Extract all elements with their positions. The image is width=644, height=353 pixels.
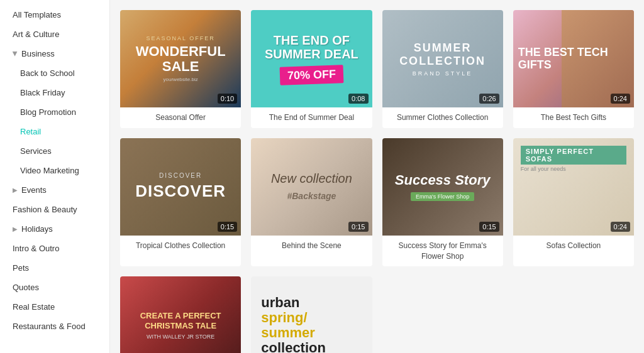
card-duration-tropical-clothes: 0:15	[218, 222, 237, 232]
card-thumb-end-of-summer: THE END OF SUMMER DEAL 70% OFF 0:08	[251, 10, 372, 107]
card-duration-summer-clothes: 0:26	[479, 94, 499, 104]
card-thumb-summer-clothes: SUMMER COLLECTION BRAND STYLE 0:26	[382, 10, 503, 107]
sidebar-item-restaurants-food[interactable]: Restaurants & Food	[0, 317, 109, 336]
card-label-success-story: Success Story for Emma's Flower Shop	[382, 236, 503, 267]
sidebar-item-fashion-beauty[interactable]: Fashion & Beauty	[0, 200, 109, 219]
sidebar-section-events[interactable]: ▶Events	[0, 180, 109, 200]
sidebar-section-business[interactable]: ▶Business	[0, 44, 109, 63]
sidebar: All TemplatesArt & Culture▶BusinessBack …	[0, 0, 110, 353]
sidebar-item-blog-promotion[interactable]: Blog Promotion	[0, 102, 109, 122]
card-end-of-summer[interactable]: THE END OF SUMMER DEAL 70% OFF 0:08The E…	[251, 10, 372, 128]
card-tropical-clothes[interactable]: DISCOVER DISCOVER 0:15Tropical Clothes C…	[120, 138, 241, 267]
sidebar-item-label-holidays: Holidays	[21, 224, 53, 234]
card-success-story[interactable]: Success Story Emma's Flower Shop 0:15Suc…	[382, 138, 503, 267]
sidebar-item-pets[interactable]: Pets	[0, 258, 109, 278]
sidebar-item-intro-outro[interactable]: Intro & Outro	[0, 239, 109, 258]
card-thumb-seasonal-offer: SEASONAL OFFER WONDERFUL SALE yourwebsit…	[120, 10, 241, 107]
sidebar-item-black-friday[interactable]: Black Friday	[0, 83, 109, 102]
sidebar-item-label-events: Events	[21, 185, 47, 195]
card-seasonal-offer[interactable]: SEASONAL OFFER WONDERFUL SALE yourwebsit…	[120, 10, 241, 128]
card-label-summer-clothes: Summer Clothes Collection	[382, 107, 503, 128]
card-sofas-collection[interactable]: SIMPLY PERFECT SOFAS For all your needs …	[513, 138, 634, 267]
card-label-best-tech: The Best Tech Gifts	[513, 107, 634, 128]
card-duration-behind-scene: 0:15	[348, 222, 368, 232]
card-christmas[interactable]: CREATE A PERFECT CHRISTMAS TALE WITH WAL…	[120, 276, 241, 353]
card-label-seasonal-offer: Seasonal Offer	[120, 107, 241, 128]
card-thumb-best-tech: THE BEST TECH GIFTS 0:24	[513, 10, 634, 107]
card-thumb-tropical-clothes: DISCOVER DISCOVER 0:15	[120, 138, 241, 236]
card-thumb-urban-spring: urbanspring/summercollection 0:15	[251, 276, 372, 353]
main-content: SEASONAL OFFER WONDERFUL SALE yourwebsit…	[110, 0, 644, 353]
card-duration-end-of-summer: 0:08	[348, 94, 368, 104]
chevron-icon-holidays: ▶	[13, 225, 18, 232]
card-thumb-behind-scene: New collection#Backstage 0:15	[251, 138, 372, 236]
template-grid: SEASONAL OFFER WONDERFUL SALE yourwebsit…	[120, 10, 634, 353]
card-behind-scene[interactable]: New collection#Backstage 0:15Behind the …	[251, 138, 372, 267]
sidebar-item-real-estate[interactable]: Real Estate	[0, 297, 109, 317]
sidebar-item-label-business: Business	[21, 49, 55, 58]
card-label-behind-scene: Behind the Scene	[251, 236, 372, 256]
card-thumb-success-story: Success Story Emma's Flower Shop 0:15	[382, 138, 503, 236]
card-best-tech[interactable]: THE BEST TECH GIFTS 0:24The Best Tech Gi…	[513, 10, 634, 128]
card-thumb-sofas-collection: SIMPLY PERFECT SOFAS For all your needs …	[513, 138, 634, 236]
sidebar-item-quotes[interactable]: Quotes	[0, 278, 109, 297]
card-label-end-of-summer: The End of Summer Deal	[251, 107, 372, 128]
chevron-icon-business: ▶	[12, 52, 19, 57]
card-duration-best-tech: 0:24	[611, 94, 630, 104]
card-duration-sofas-collection: 0:24	[611, 222, 630, 232]
card-duration-seasonal-offer: 0:10	[218, 94, 237, 104]
sidebar-item-art-culture[interactable]: Art & Culture	[0, 24, 109, 44]
sidebar-section-holidays[interactable]: ▶Holidays	[0, 219, 109, 239]
sidebar-item-video-marketing[interactable]: Video Marketing	[0, 161, 109, 180]
card-urban-spring[interactable]: urbanspring/summercollection 0:15Urban S…	[251, 276, 372, 353]
chevron-icon-events: ▶	[13, 187, 18, 193]
sidebar-item-retail[interactable]: Retail	[0, 122, 109, 141]
card-label-tropical-clothes: Tropical Clothes Collection	[120, 236, 241, 256]
card-duration-success-story: 0:15	[479, 222, 499, 232]
card-thumb-christmas: CREATE A PERFECT CHRISTMAS TALE WITH WAL…	[120, 276, 241, 353]
card-summer-clothes[interactable]: SUMMER COLLECTION BRAND STYLE 0:26Summer…	[382, 10, 503, 128]
sidebar-item-back-to-school[interactable]: Back to School	[0, 63, 109, 83]
sidebar-item-services[interactable]: Services	[0, 141, 109, 161]
sidebar-item-all-templates[interactable]: All Templates	[0, 5, 109, 24]
card-label-sofas-collection: Sofas Collection	[513, 236, 634, 256]
